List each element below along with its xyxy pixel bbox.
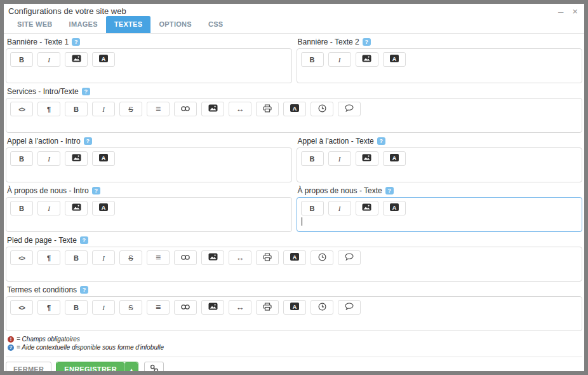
bold-button[interactable]: B <box>301 151 324 166</box>
font-color-button[interactable]: A <box>92 52 115 67</box>
italic-button[interactable]: I <box>92 250 115 265</box>
italic-button[interactable]: I <box>328 201 351 215</box>
strikethrough-button[interactable]: S <box>119 300 142 315</box>
tooltip-help-icon[interactable]: ? <box>84 137 92 145</box>
insert-image-button[interactable] <box>65 52 88 67</box>
comment-button[interactable] <box>338 300 361 315</box>
print-button[interactable] <box>256 300 279 315</box>
save-split-button: ENREGISTRER ▲ <box>56 362 138 371</box>
insert-image-button[interactable] <box>201 250 224 265</box>
italic-button[interactable]: I <box>37 201 60 215</box>
horizontal-rule-button[interactable]: ↔ <box>229 102 251 116</box>
font-color-button[interactable]: A <box>383 201 406 215</box>
insert-image-button[interactable] <box>65 151 88 166</box>
close-icon[interactable]: × <box>572 6 578 16</box>
insert-image-button[interactable] <box>201 102 224 116</box>
tooltip-help-icon[interactable]: ? <box>80 286 88 294</box>
insert-image-button[interactable] <box>356 52 378 67</box>
link-button[interactable] <box>174 250 197 265</box>
section-label: Bannière - Texte 1? <box>7 38 292 46</box>
bold-button[interactable]: B <box>65 102 88 116</box>
editor-content[interactable] <box>10 215 288 227</box>
bold-button[interactable]: B <box>65 300 88 315</box>
print-button[interactable] <box>256 250 279 265</box>
bold-icon: B <box>74 253 79 262</box>
paragraph-button[interactable]: ¶ <box>37 102 60 116</box>
bold-button[interactable]: B <box>301 201 324 215</box>
section-services-intro-texte: Services - Intro/Texte?<>¶BIS≡↔A <box>6 87 582 133</box>
section-a-propos-intro: À propos de nous - Intro?BIA <box>6 186 292 232</box>
tooltip-help-icon[interactable]: ? <box>82 88 90 95</box>
bold-button[interactable]: B <box>10 52 33 67</box>
insert-image-button[interactable] <box>356 151 378 166</box>
link-button[interactable] <box>174 300 197 315</box>
unordered-list-button[interactable]: ≡ <box>147 102 170 116</box>
insert-image-button[interactable] <box>201 300 224 315</box>
bold-button[interactable]: B <box>10 201 33 215</box>
editor-content[interactable] <box>301 67 578 78</box>
bold-button[interactable]: B <box>10 151 33 166</box>
bold-button[interactable]: B <box>301 52 324 67</box>
horizontal-rule-button[interactable]: ↔ <box>229 250 251 265</box>
tab-options[interactable]: OPTIONS <box>150 16 200 33</box>
strikethrough-button[interactable]: S <box>119 102 142 116</box>
history-button[interactable] <box>311 102 333 116</box>
italic-button[interactable]: I <box>37 151 60 166</box>
tooltip-help-icon[interactable]: ? <box>385 187 394 194</box>
font-color-button[interactable]: A <box>383 151 406 166</box>
tab-images[interactable]: IMAGES <box>61 16 106 33</box>
save-dropdown-button[interactable]: ▲ <box>124 362 138 371</box>
minimize-icon[interactable]: – <box>558 6 563 16</box>
italic-button[interactable]: I <box>92 300 115 315</box>
tooltip-help-icon[interactable]: ? <box>377 137 385 145</box>
editor-content[interactable] <box>10 67 288 78</box>
view-html-button[interactable]: <> <box>10 102 33 116</box>
svg-text:A: A <box>102 155 106 161</box>
editor-content[interactable] <box>10 166 288 177</box>
insert-image-button[interactable] <box>356 201 378 215</box>
tooltip-help-icon[interactable]: ? <box>92 187 100 194</box>
tooltip-help-icon[interactable]: ? <box>363 38 371 46</box>
editor-content[interactable] <box>301 166 578 177</box>
paragraph-button[interactable]: ¶ <box>37 300 60 315</box>
font-color-button[interactable]: A <box>283 300 306 315</box>
unordered-list-button[interactable]: ≡ <box>147 300 170 315</box>
italic-button[interactable]: I <box>328 151 351 166</box>
close-button[interactable]: FERMER <box>6 362 51 371</box>
editor-content[interactable] <box>10 265 578 276</box>
tab-textes[interactable]: TEXTES <box>106 16 151 33</box>
view-html-button[interactable]: <> <box>10 300 33 315</box>
font-color-button[interactable]: A <box>283 250 306 265</box>
history-button[interactable] <box>311 300 333 315</box>
tab-site-web[interactable]: SITE WEB <box>9 16 61 33</box>
save-button[interactable]: ENREGISTRER <box>57 362 124 371</box>
italic-button[interactable]: I <box>92 102 115 116</box>
editor-content[interactable] <box>10 116 578 128</box>
italic-button[interactable]: I <box>37 52 60 67</box>
tooltip-help-icon[interactable]: ? <box>80 236 88 244</box>
comment-button[interactable] <box>338 250 361 265</box>
comment-button[interactable] <box>338 102 361 116</box>
tooltip-help-icon[interactable]: ? <box>72 38 80 46</box>
font-color-button[interactable]: A <box>383 52 406 67</box>
horizontal-rule-button[interactable]: ↔ <box>229 300 251 315</box>
horizontal-rule-icon: ↔ <box>236 104 244 114</box>
editor-content[interactable] <box>301 215 578 227</box>
print-button[interactable] <box>256 102 279 116</box>
history-button[interactable] <box>311 250 333 265</box>
tab-css[interactable]: CSS <box>200 16 232 33</box>
bold-button[interactable]: B <box>65 250 88 265</box>
insert-image-button[interactable] <box>65 201 88 215</box>
italic-button[interactable]: I <box>328 52 351 67</box>
section-banniere-texte-1: Bannière - Texte 1?BIA <box>6 38 292 83</box>
paragraph-button[interactable]: ¶ <box>37 250 60 265</box>
font-color-button[interactable]: A <box>92 151 115 166</box>
copy-link-button[interactable] <box>144 362 164 371</box>
view-html-button[interactable]: <> <box>10 250 33 265</box>
editor-content[interactable] <box>10 315 578 326</box>
link-button[interactable] <box>174 102 197 116</box>
font-color-button[interactable]: A <box>283 102 306 116</box>
strikethrough-button[interactable]: S <box>119 250 142 265</box>
unordered-list-button[interactable]: ≡ <box>147 250 170 265</box>
font-color-button[interactable]: A <box>92 201 115 215</box>
